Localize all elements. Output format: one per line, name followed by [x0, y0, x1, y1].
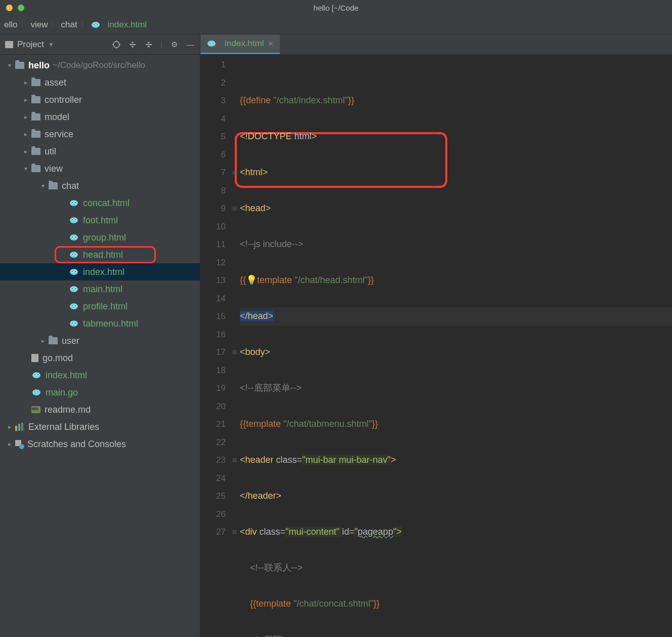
folder-icon [31, 148, 40, 155]
tree-folder[interactable]: ▸service [0, 126, 200, 143]
tab-index[interactable]: index.html ✕ [200, 34, 280, 54]
close-icon[interactable]: ✕ [268, 39, 274, 48]
lightbulb-icon[interactable]: 💡 [246, 275, 257, 285]
svg-point-41 [70, 286, 78, 292]
fold-icon[interactable]: ⊟ [231, 523, 238, 541]
target-icon[interactable] [112, 40, 121, 49]
tree-folder[interactable]: ▸util [0, 143, 200, 160]
tree-file[interactable]: profile.html [0, 298, 200, 315]
tree-folder-view[interactable]: ▾view [0, 160, 200, 177]
svg-point-4 [97, 24, 98, 25]
gear-icon[interactable]: ⚙ [170, 40, 179, 49]
tree-file[interactable]: foot.html [0, 212, 200, 229]
tab-label: index.html [225, 38, 264, 49]
minimize-icon[interactable]: — [186, 40, 195, 49]
file-tree[interactable]: ▾hello~/Code/goRoot/src/hello ▸asset ▸co… [0, 55, 200, 637]
window-chrome: hello [~/Code [0, 0, 672, 15]
tree-folder[interactable]: ▸model [0, 108, 200, 126]
tree-project-root[interactable]: ▾hello~/Code/goRoot/src/hello [0, 57, 200, 74]
go-file-icon [31, 371, 41, 379]
tree-scratches[interactable]: ▸Scratches and Consoles [0, 435, 200, 453]
svg-marker-12 [131, 46, 134, 48]
code-line: {{💡template "/chat/head.shtml"}} [240, 271, 672, 290]
go-file-icon [69, 199, 79, 207]
tree-file-index[interactable]: index.html [0, 263, 200, 281]
chevron-right-icon: ▸ [22, 148, 29, 155]
tree-folder[interactable]: ▸asset [0, 74, 200, 91]
chevron-down-icon: ▾ [22, 165, 29, 172]
crumb-file[interactable]: index.html [108, 20, 147, 30]
svg-point-66 [207, 41, 216, 47]
chevron-right-icon: 〉 [80, 20, 88, 29]
chevron-right-icon: 〉 [20, 20, 27, 29]
svg-point-65 [37, 391, 38, 392]
svg-point-49 [72, 305, 73, 306]
code-line: ⊟<div class="mui-content" id="pageapp"> [240, 523, 672, 541]
chevron-down-icon: ▾ [39, 182, 47, 189]
crumb-chat[interactable]: chat [61, 20, 77, 30]
tree-file[interactable]: main.html [0, 281, 200, 298]
svg-rect-10 [130, 44, 136, 45]
svg-point-44 [72, 288, 73, 289]
chevron-right-icon: 〉 [51, 20, 58, 29]
go-file-icon [69, 268, 79, 276]
svg-point-51 [70, 321, 78, 327]
tree-file[interactable]: main.go [0, 384, 200, 401]
tree-external-libraries[interactable]: ▸External Libraries [0, 418, 200, 435]
chevron-right-icon: ▸ [6, 423, 13, 430]
folder-icon [31, 113, 40, 121]
crumb-root[interactable]: ello [4, 20, 17, 30]
go-file-icon [69, 233, 79, 242]
crumb-view[interactable]: view [30, 20, 48, 30]
chevron-right-icon: ▸ [22, 113, 29, 121]
code-area[interactable]: {{define "/chat/index.shtml"}} <!DOCTYPE… [240, 55, 672, 637]
code-line: ⊟<body> [240, 343, 672, 362]
project-icon [5, 41, 13, 48]
svg-point-35 [75, 254, 76, 255]
svg-marker-14 [147, 42, 150, 44]
fold-icon[interactable]: ⊟ [231, 343, 238, 362]
svg-point-24 [72, 219, 73, 220]
svg-point-70 [213, 43, 214, 44]
go-file-icon [69, 216, 79, 224]
scratches-icon [15, 440, 23, 448]
svg-point-36 [70, 269, 78, 275]
tree-file[interactable]: tabmenu.html [0, 315, 200, 332]
fold-icon[interactable]: ⊟ [231, 451, 238, 469]
collapse-all-icon[interactable] [144, 40, 153, 49]
folder-icon [49, 182, 58, 189]
expand-all-icon[interactable] [128, 40, 137, 49]
svg-point-20 [75, 202, 76, 203]
chevron-down-icon[interactable]: ▼ [48, 41, 54, 48]
folder-icon [31, 96, 40, 103]
tree-file[interactable]: concat.html [0, 194, 200, 212]
svg-point-45 [75, 288, 76, 289]
markdown-icon [31, 406, 40, 413]
project-label[interactable]: Project [17, 39, 44, 50]
fold-icon[interactable]: ⊟ [231, 164, 238, 182]
svg-point-55 [75, 323, 76, 324]
tree-file-readme[interactable]: readme.md [0, 401, 200, 418]
code-line: ⊟<head> [240, 200, 672, 218]
maximize-dot[interactable] [18, 5, 24, 11]
tree-folder-user[interactable]: ▸user [0, 332, 200, 349]
fold-icon[interactable]: ⊟ [231, 200, 238, 218]
minimize-dot[interactable] [6, 5, 13, 11]
chevron-right-icon: ▸ [22, 96, 29, 103]
chevron-right-icon: ▸ [39, 337, 47, 344]
tree-folder[interactable]: ▸controller [0, 91, 200, 108]
main: Project ▼ | ⚙ — ▾hello~/Code/goRoot/src/… [0, 34, 672, 637]
tree-file-head[interactable]: head.html [0, 246, 200, 263]
tree-folder-chat[interactable]: ▾chat [0, 177, 200, 194]
tree-file[interactable]: group.html [0, 229, 200, 246]
svg-point-54 [72, 323, 73, 324]
svg-point-19 [72, 202, 73, 203]
editor-body[interactable]: 1234567891011121314151617181920212223242… [200, 55, 672, 637]
svg-point-40 [75, 271, 76, 272]
folder-icon [31, 131, 40, 138]
folder-icon [31, 165, 40, 172]
svg-point-21 [70, 217, 78, 223]
project-sidebar: Project ▼ | ⚙ — ▾hello~/Code/goRoot/src/… [0, 34, 200, 637]
tree-file[interactable]: index.html [0, 367, 200, 384]
tree-file-gomod[interactable]: go.mod [0, 349, 200, 367]
